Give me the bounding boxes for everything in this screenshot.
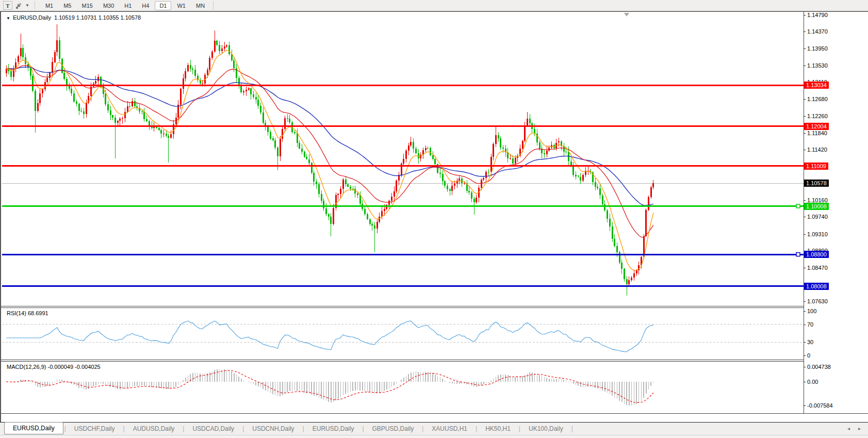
toolbar-separator: [35, 2, 37, 10]
hline-handle[interactable]: [796, 204, 800, 208]
price-tick-label: 1.09310: [807, 231, 828, 237]
hline-price-label[interactable]: 1.13034: [804, 82, 829, 89]
tab-audusd-daily[interactable]: AUDUSD,Daily: [126, 424, 182, 434]
tool-dropdown-caret[interactable]: ▼: [25, 3, 29, 8]
axis-tick-mark: [804, 66, 806, 66]
tab-usdchf-daily[interactable]: USDCHF,Daily: [67, 424, 122, 434]
price-tick-label: 1.12680: [807, 96, 828, 102]
status-strip: [0, 435, 868, 438]
price-tick-label: 1.11420: [807, 147, 827, 153]
mt4-window: T ▼ M1M5M15M30H1H4D1W1MN ▼EURUSD,Daily 1…: [0, 0, 868, 438]
timeframe-w1-button[interactable]: W1: [172, 1, 190, 10]
tab-eurusd-daily[interactable]: EURUSD,Daily: [305, 424, 362, 434]
tab-separator: |: [476, 425, 477, 432]
main-chart-canvas[interactable]: [2, 12, 804, 306]
tab-separator: |: [362, 425, 364, 432]
chart-ohlc-values: 1.10519 1.10731 1.10355 1.10578: [54, 14, 141, 21]
axis-tick-mark: [804, 268, 806, 268]
price-tick-label: 1.14790: [807, 12, 828, 18]
tab-separator: |: [422, 425, 423, 432]
rsi-indicator-label: RSI(14) 68.6991: [7, 310, 48, 316]
macd-indicator-label: MACD(12,26,9) -0.000049 -0.004025: [7, 364, 101, 370]
rsi-pane-canvas[interactable]: [2, 308, 804, 360]
pane-divider[interactable]: [1, 307, 804, 308]
chart-window: ▼EURUSD,Daily 1.10519 1.10731 1.10355 1.…: [0, 11, 868, 422]
tab-usdcad-daily[interactable]: USDCAD,Daily: [185, 424, 241, 434]
axis-tick-mark: [804, 355, 806, 356]
pane-divider[interactable]: [1, 360, 804, 360]
axis-tick-mark: [804, 150, 806, 150]
hline-price-label[interactable]: 1.12004: [804, 123, 829, 130]
axis-tick-mark: [804, 325, 806, 325]
tab-gbpusd-daily[interactable]: GBPUSD,Daily: [365, 424, 421, 434]
tab-scroll-right-icon[interactable]: ▸: [858, 426, 861, 431]
price-tick-label: 0.004738: [807, 364, 831, 370]
price-tick-label: 0: [807, 352, 810, 359]
axis-tick-mark: [804, 405, 806, 406]
price-tick-label: 30: [807, 339, 813, 345]
timeframe-h4-button[interactable]: H4: [137, 1, 154, 10]
price-tick-label: 1.09740: [807, 214, 828, 220]
date-axis-border: [1, 413, 868, 414]
price-tick-label: 70: [807, 321, 813, 328]
hline-price-label[interactable]: 1.11009: [804, 163, 828, 170]
tab-separator: |: [242, 425, 244, 432]
arrow-objects-tool-button[interactable]: [14, 1, 23, 10]
tab-usdcnh-daily[interactable]: USDCNH,Daily: [245, 424, 301, 434]
toolbar: T ▼ M1M5M15M30H1H4D1W1MN: [0, 0, 868, 11]
axis-tick-mark: [804, 31, 806, 32]
price-tick-label: 1.14370: [807, 28, 828, 35]
price-tick-label: 1.12260: [807, 113, 828, 119]
timeframe-m5-button[interactable]: M5: [59, 1, 76, 10]
tab-separator: |: [64, 425, 66, 432]
axis-tick-mark: [804, 99, 806, 100]
timeframe-m1-button[interactable]: M1: [41, 1, 58, 10]
timeframe-m30-button[interactable]: M30: [99, 1, 119, 10]
price-tick-label: 1.07630: [807, 298, 828, 304]
price-tick-label: 1.11840: [807, 130, 827, 136]
current-price-label[interactable]: 1.10578: [804, 180, 829, 187]
axis-tick-mark: [804, 48, 806, 49]
tab-uk100-daily[interactable]: UK100,Daily: [521, 424, 570, 434]
price-tick-label: 0.00: [807, 379, 818, 385]
chart-shift-marker[interactable]: [624, 13, 629, 17]
tab-separator: |: [183, 425, 184, 432]
axis-tick-mark: [804, 15, 806, 15]
hline-handle[interactable]: [796, 253, 800, 256]
tab-eurusd-daily[interactable]: EURUSD,Daily: [4, 422, 63, 434]
timeframe-mn-button[interactable]: MN: [191, 1, 209, 10]
timeframe-d1-button[interactable]: D1: [155, 1, 171, 10]
timeframe-buttons: M1M5M15M30H1H4D1W1MN: [40, 1, 210, 10]
axis-tick-mark: [804, 301, 806, 302]
axis-tick-mark: [804, 311, 806, 312]
tab-scroll-left-icon[interactable]: ◂: [847, 426, 850, 431]
price-tick-label: 1.08470: [807, 265, 828, 271]
pane-divider[interactable]: [1, 306, 804, 306]
axis-tick-mark: [804, 217, 806, 217]
timeframe-h1-button[interactable]: H1: [120, 1, 136, 10]
axis-tick-mark: [804, 133, 806, 134]
timeframe-m15-button[interactable]: M15: [77, 1, 97, 10]
pane-divider[interactable]: [1, 361, 804, 362]
macd-pane-canvas[interactable]: [2, 362, 804, 413]
toolbar-separator: [213, 2, 216, 10]
axis-tick-mark: [804, 200, 806, 201]
axis-tick-mark: [804, 367, 806, 367]
tab-xauusd-h1[interactable]: XAUUSD,H1: [424, 424, 474, 434]
tab-hk50-h1[interactable]: HK50,H1: [478, 424, 518, 434]
chart-title: ▼EURUSD,Daily 1.10519 1.10731 1.10355 1.…: [6, 14, 141, 21]
price-tick-label: -0.007584: [807, 402, 833, 409]
tab-separator: |: [519, 425, 520, 432]
chart-tab-bar: EURUSD,Daily|USDCHF,Daily|AUDUSD,Daily|U…: [0, 422, 868, 435]
price-tick-label: 1.13530: [807, 62, 828, 69]
text-label-tool-button[interactable]: T: [3, 1, 12, 10]
price-tick-label: 100: [807, 308, 816, 314]
hline-price-label[interactable]: 1.08008: [804, 283, 829, 290]
hline-price-label[interactable]: 1.10008: [804, 203, 829, 210]
hline-price-label[interactable]: 1.08800: [804, 251, 829, 258]
chart-collapse-icon[interactable]: ▼: [6, 16, 10, 21]
chart-symbol-label: EURUSD,Daily: [13, 14, 51, 21]
axis-tick-mark: [804, 342, 806, 343]
tab-separator: |: [303, 425, 304, 432]
price-axis-line: [804, 12, 804, 413]
